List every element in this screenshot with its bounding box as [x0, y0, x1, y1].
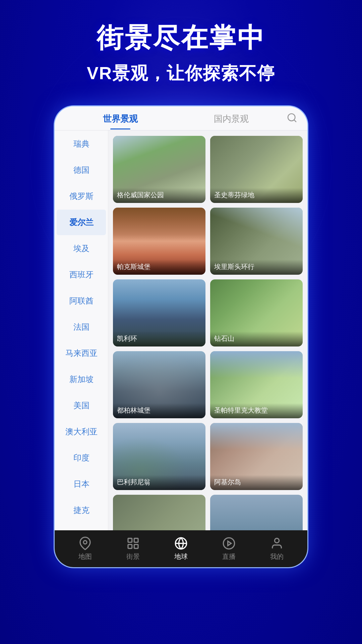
street-icon: [126, 537, 140, 550]
scenery-card-3-0[interactable]: 都柏林城堡: [113, 351, 205, 418]
nav-item-live[interactable]: 直播: [222, 537, 236, 561]
grid-row-3: 都柏林城堡 圣帕特里克大教堂: [113, 351, 303, 418]
tab-world-scenery[interactable]: 世界景观: [65, 113, 176, 129]
card-label-3-1: 圣帕特里克大教堂: [210, 403, 303, 418]
top-tab-bar: 世界景观 国内景观: [55, 106, 307, 130]
globe-icon: [174, 537, 188, 550]
sidebar-item-1[interactable]: 德国: [57, 157, 106, 183]
sidebar-item-7[interactable]: 法国: [57, 314, 106, 340]
scenery-grid: 格伦威国家公园 圣史蒂芬绿地 帕克斯城堡 埃里斯头环行: [108, 130, 307, 530]
sub-title: VR景观，让你探索不停: [0, 62, 362, 85]
scenery-card-0-1[interactable]: 圣史蒂芬绿地: [210, 136, 303, 203]
nav-label-map: 地图: [78, 552, 92, 561]
svg-line-1: [294, 120, 296, 122]
search-icon[interactable]: [287, 112, 297, 130]
card-label-0-1: 圣史蒂芬绿地: [210, 188, 303, 203]
card-label-1-0: 帕克斯城堡: [113, 260, 205, 275]
nav-label-live: 直播: [222, 552, 236, 561]
grid-row-0: 格伦威国家公园 圣史蒂芬绿地: [113, 136, 303, 203]
svg-rect-3: [128, 538, 132, 542]
scenery-card-2-1[interactable]: 钻石山: [210, 279, 303, 346]
sidebar-item-2[interactable]: 俄罗斯: [57, 183, 106, 209]
nav-item-globe[interactable]: 地球: [174, 537, 188, 561]
card-label-3-0: 都柏林城堡: [113, 403, 205, 418]
tab-domestic-scenery[interactable]: 国内景观: [176, 113, 287, 129]
sidebar-item-10[interactable]: 美国: [57, 393, 106, 418]
card-label-2-1: 钻石山: [210, 331, 303, 346]
nav-item-profile[interactable]: 我的: [270, 537, 284, 561]
sidebar-item-5[interactable]: 西班牙: [57, 262, 106, 287]
grid-row-1: 帕克斯城堡 埃里斯头环行: [113, 208, 303, 275]
nav-label-profile: 我的: [270, 552, 284, 561]
play-icon: [222, 537, 236, 550]
content-area: 瑞典 德国 俄罗斯 爱尔兰 埃及 西班牙 阿联酋: [55, 130, 307, 530]
card-label-1-1: 埃里斯头环行: [210, 260, 303, 275]
sidebar-item-8[interactable]: 马来西亚: [57, 340, 106, 366]
nav-item-map[interactable]: 地图: [78, 537, 92, 561]
sidebar-item-15[interactable]: 智利: [57, 524, 106, 530]
grid-row-5: [113, 495, 303, 530]
map-icon: [78, 537, 92, 550]
svg-point-2: [83, 540, 87, 544]
svg-rect-6: [134, 544, 138, 548]
scenery-card-1-1[interactable]: 埃里斯头环行: [210, 208, 303, 275]
card-label-4-1: 阿基尔岛: [210, 475, 303, 490]
svg-marker-10: [228, 541, 231, 545]
svg-rect-5: [128, 544, 132, 548]
sidebar-item-9[interactable]: 新加坡: [57, 367, 106, 392]
sidebar-item-12[interactable]: 印度: [57, 445, 106, 471]
grid-row-2: 凯利环 钻石山: [113, 279, 303, 346]
scenery-card-5-1[interactable]: [210, 495, 303, 530]
phone-wrapper: 世界景观 国内景观 瑞典 德国: [0, 105, 362, 568]
bottom-nav: 地图 街景 地球: [55, 530, 307, 567]
sidebar-item-4[interactable]: 埃及: [57, 236, 106, 261]
scenery-card-5-0[interactable]: [113, 495, 205, 530]
user-icon: [270, 537, 284, 550]
nav-label-street: 街景: [126, 552, 140, 561]
sidebar-item-3[interactable]: 爱尔兰: [57, 210, 106, 235]
scenery-card-3-1[interactable]: 圣帕特里克大教堂: [210, 351, 303, 418]
nav-label-globe: 地球: [174, 552, 188, 561]
svg-rect-4: [134, 538, 138, 542]
sidebar-item-11[interactable]: 澳大利亚: [57, 419, 106, 444]
header-section: 街景尽在掌中 VR景观，让你探索不停: [0, 0, 362, 85]
card-label-2-0: 凯利环: [113, 331, 205, 346]
sidebar-item-13[interactable]: 日本: [57, 471, 106, 497]
grid-row-4: 巴利邦尼翁 阿基尔岛: [113, 423, 303, 490]
scenery-card-1-0[interactable]: 帕克斯城堡: [113, 208, 205, 275]
svg-point-11: [275, 538, 279, 543]
card-label-0-0: 格伦威国家公园: [113, 188, 205, 203]
main-title: 街景尽在掌中: [0, 20, 362, 56]
country-sidebar: 瑞典 德国 俄罗斯 爱尔兰 埃及 西班牙 阿联酋: [55, 130, 108, 530]
svg-point-9: [223, 538, 234, 549]
scenery-card-0-0[interactable]: 格伦威国家公园: [113, 136, 205, 203]
scenery-card-4-0[interactable]: 巴利邦尼翁: [113, 423, 205, 490]
scenery-card-4-1[interactable]: 阿基尔岛: [210, 423, 303, 490]
card-label-4-0: 巴利邦尼翁: [113, 475, 205, 490]
sidebar-item-0[interactable]: 瑞典: [57, 131, 106, 157]
sidebar-item-6[interactable]: 阿联酋: [57, 288, 106, 314]
phone-frame: 世界景观 国内景观 瑞典 德国: [54, 105, 308, 568]
scenery-card-2-0[interactable]: 凯利环: [113, 279, 205, 346]
nav-item-street[interactable]: 街景: [126, 537, 140, 561]
sidebar-item-14[interactable]: 捷克: [57, 497, 106, 523]
